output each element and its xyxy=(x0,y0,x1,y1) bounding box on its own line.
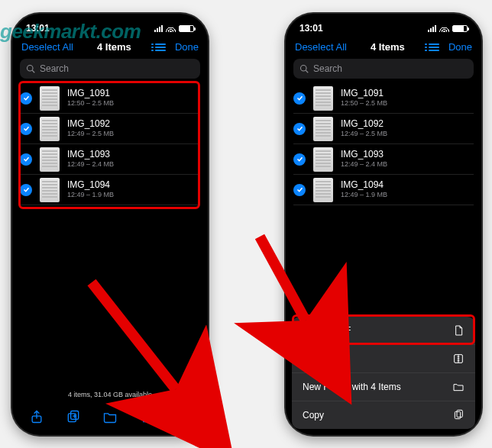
file-meta: 12:50 – 2.5 MB xyxy=(67,99,114,107)
list-item[interactable]: IMG_109412:49 – 1.9 MB xyxy=(293,175,474,205)
share-button[interactable] xyxy=(24,404,49,429)
search-icon xyxy=(26,64,35,73)
status-time: 13:01 xyxy=(26,23,50,34)
file-thumbnail xyxy=(313,86,333,111)
checkmark-icon[interactable] xyxy=(20,184,32,196)
svg-point-8 xyxy=(185,416,186,417)
storage-status: 4 items, 31.04 GB available xyxy=(12,391,208,398)
wifi-icon xyxy=(439,25,449,32)
deselect-all-button[interactable]: Deselect All xyxy=(21,41,73,53)
list-item[interactable]: IMG_109112:50 – 2.5 MB xyxy=(20,83,200,114)
list-item[interactable]: IMG_109412:49 – 1.9 MB xyxy=(20,175,200,205)
file-name: IMG_1094 xyxy=(341,180,387,191)
file-thumbnail xyxy=(40,147,60,172)
file-thumbnail xyxy=(313,147,333,172)
file-meta: 12:49 – 2.4 MB xyxy=(341,160,387,168)
svg-point-7 xyxy=(183,416,184,417)
action-sheet: Create PDF Compress New Folder with 4 It… xyxy=(292,317,475,429)
checkmark-icon[interactable] xyxy=(293,123,306,135)
folder-icon xyxy=(452,381,464,393)
battery-icon xyxy=(179,25,194,32)
checkmark-icon[interactable] xyxy=(293,184,306,196)
battery-icon xyxy=(452,25,468,32)
svg-point-6 xyxy=(180,416,182,417)
cellular-icon xyxy=(154,25,163,32)
more-button[interactable] xyxy=(171,404,196,429)
checkmark-icon[interactable] xyxy=(20,92,32,105)
new-folder-button[interactable]: New Folder with 4 Items xyxy=(292,373,475,401)
file-meta: 12:49 – 1.9 MB xyxy=(67,191,114,198)
delete-button[interactable] xyxy=(134,404,159,429)
file-list: IMG_109112:50 – 2.5 MB IMG_109212:49 – 2… xyxy=(286,83,481,205)
file-list: IMG_109112:50 – 2.5 MB IMG_109212:49 – 2… xyxy=(12,83,208,205)
checkmark-icon[interactable] xyxy=(20,153,32,166)
compress-button[interactable]: Compress xyxy=(292,345,475,373)
document-icon xyxy=(452,324,464,337)
phone-right: 13:01 Deselect All 4 Items Done Search I xyxy=(286,14,481,435)
create-pdf-button[interactable]: Create PDF xyxy=(292,317,475,345)
file-name: IMG_1092 xyxy=(67,119,114,130)
svg-rect-12 xyxy=(455,411,460,418)
list-view-icon[interactable] xyxy=(155,44,166,51)
list-item[interactable]: IMG_109212:49 – 2.5 MB xyxy=(293,114,474,144)
list-item[interactable]: IMG_109312:49 – 2.4 MB xyxy=(293,144,474,175)
file-meta: 12:49 – 2.5 MB xyxy=(341,130,387,137)
nav-title: 4 Items xyxy=(97,41,131,53)
file-name: IMG_1093 xyxy=(341,150,387,160)
search-input[interactable]: Search xyxy=(20,59,200,79)
search-input[interactable]: Search xyxy=(293,59,474,79)
deselect-all-button[interactable]: Deselect All xyxy=(295,41,347,53)
copy-icon xyxy=(452,409,464,421)
phone-left: 13:01 Deselect All 4 Items Done Search I xyxy=(12,14,208,435)
menu-label: New Folder with 4 Items xyxy=(303,382,401,392)
cellular-icon xyxy=(428,25,436,32)
nav-title: 4 Items xyxy=(371,41,405,53)
checkmark-icon[interactable] xyxy=(293,92,306,105)
file-thumbnail xyxy=(40,117,60,141)
list-item[interactable]: IMG_109212:49 – 2.5 MB xyxy=(20,114,200,144)
list-item[interactable]: IMG_109312:49 – 2.4 MB xyxy=(20,144,200,175)
menu-label: Copy xyxy=(303,410,324,421)
file-thumbnail xyxy=(313,117,333,141)
file-name: IMG_1091 xyxy=(341,89,387,99)
menu-label: Compress xyxy=(303,353,345,364)
file-thumbnail xyxy=(40,86,60,111)
nav-bar: Deselect All 4 Items Done xyxy=(12,37,208,56)
file-meta: 12:49 – 2.5 MB xyxy=(67,130,114,137)
archive-icon xyxy=(452,353,464,365)
svg-line-1 xyxy=(32,70,34,73)
copy-button[interactable]: Copy xyxy=(292,401,475,429)
list-view-icon[interactable] xyxy=(429,44,439,51)
duplicate-button[interactable] xyxy=(61,404,86,429)
file-meta: 12:49 – 2.4 MB xyxy=(67,160,114,168)
done-button[interactable]: Done xyxy=(175,41,199,53)
file-thumbnail xyxy=(313,178,333,202)
svg-rect-13 xyxy=(457,410,462,417)
done-button[interactable]: Done xyxy=(448,41,472,53)
search-placeholder: Search xyxy=(40,63,69,74)
search-icon xyxy=(299,64,309,73)
file-name: IMG_1091 xyxy=(67,89,114,99)
file-name: IMG_1093 xyxy=(67,150,114,160)
toolbar xyxy=(12,403,208,435)
svg-point-9 xyxy=(301,66,307,72)
file-meta: 12:50 – 2.5 MB xyxy=(341,99,387,107)
file-thumbnail xyxy=(40,178,60,202)
wifi-icon xyxy=(166,25,176,32)
svg-line-10 xyxy=(306,70,308,73)
checkmark-icon[interactable] xyxy=(20,123,32,135)
file-meta: 12:49 – 1.9 MB xyxy=(341,191,387,198)
file-name: IMG_1092 xyxy=(341,119,387,130)
checkmark-icon[interactable] xyxy=(293,153,306,166)
notch xyxy=(64,14,156,31)
svg-point-0 xyxy=(28,66,34,72)
list-item[interactable]: IMG_109112:50 – 2.5 MB xyxy=(293,83,474,114)
notch xyxy=(338,14,429,31)
search-placeholder: Search xyxy=(313,63,342,74)
nav-bar: Deselect All 4 Items Done xyxy=(286,37,481,56)
status-time: 13:01 xyxy=(299,23,323,34)
menu-label: Create PDF xyxy=(303,325,351,336)
move-button[interactable] xyxy=(98,404,122,429)
file-name: IMG_1094 xyxy=(67,180,114,191)
